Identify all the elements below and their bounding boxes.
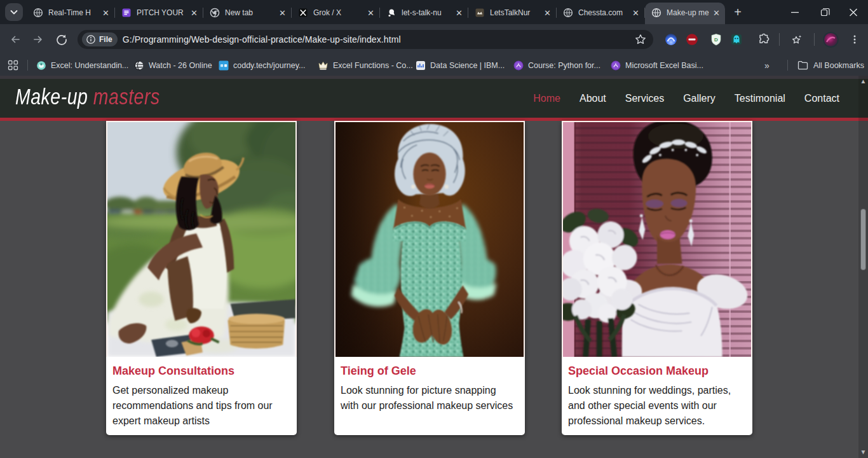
svg-text:D: D xyxy=(714,37,718,43)
